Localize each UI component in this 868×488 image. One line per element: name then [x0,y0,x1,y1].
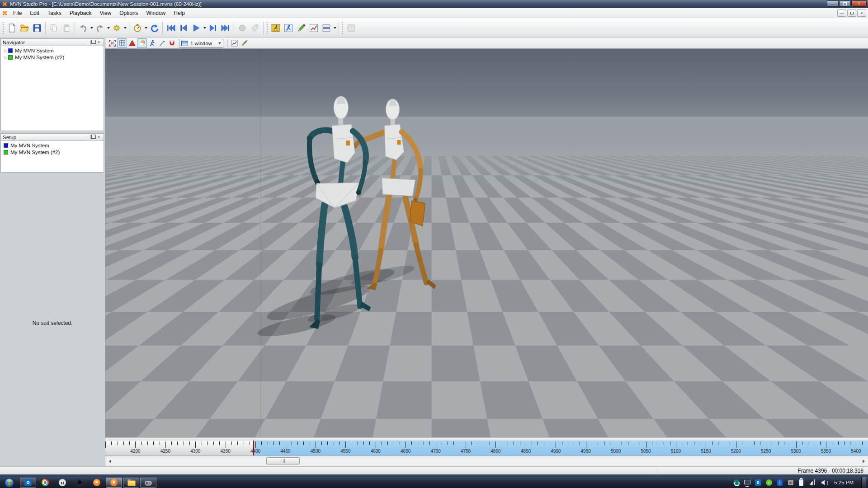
bluetooth-icon[interactable]: ᛒ [776,479,783,486]
menu-tasks[interactable]: Tasks [43,9,66,18]
taskbar-xsens[interactable]: × [89,478,105,488]
redo-dropdown[interactable] [106,22,110,34]
graph-button[interactable] [307,22,320,34]
menu-options[interactable]: Options [115,9,142,18]
setup-item-mvn-system-2[interactable]: My MVN System (#2) [1,149,104,155]
window-mode-select[interactable]: 1 window [179,39,223,48]
outlook-tray-icon[interactable]: o [755,479,761,486]
toolbar-handle[interactable] [266,22,269,34]
close-panel-icon[interactable]: × [96,135,102,140]
show-desktop-button[interactable] [861,477,866,488]
layout-split-button[interactable] [320,22,333,34]
float-panel-icon[interactable] [90,136,94,139]
step-forward-button[interactable] [207,22,219,34]
taskbar-explorer[interactable] [123,478,139,488]
step-back-button[interactable] [177,22,190,34]
close-button[interactable]: × [851,0,867,7]
timer-dropdown[interactable] [144,22,148,34]
layout-dropdown[interactable] [333,22,337,34]
menu-window[interactable]: Window [142,9,170,18]
viewport-3d[interactable] [105,49,868,437]
taskbar-chrome[interactable] [37,478,53,488]
menu-view[interactable]: View [95,9,115,18]
preview-button[interactable] [282,22,295,34]
menu-file[interactable]: File [9,9,26,18]
scrollbar-thumb[interactable] [266,457,300,465]
timeline-tick [237,441,238,445]
tree-item-mvn-system[interactable]: ▷ My MVN System [1,47,104,54]
character-tan[interactable] [352,99,436,290]
settings-button[interactable] [110,22,123,34]
sync-icon[interactable] [733,479,740,486]
battery-icon[interactable] [798,479,805,486]
timeline-ruler[interactable]: 4200425043004350440044504500455046004650… [105,441,868,456]
expand-arrow-icon[interactable]: ▷ [3,48,8,53]
zoom-extents-button[interactable] [107,38,117,48]
undo-button[interactable] [77,22,90,34]
mdi-close-button[interactable]: × [857,9,866,17]
navigator-panel-header[interactable]: Navigator × [0,38,104,46]
system-color-swatch [4,143,8,148]
monitor-icon[interactable] [744,479,750,486]
taskbar-outlook[interactable]: o [20,478,36,488]
loop-reset-button[interactable] [148,22,160,34]
probe-tool-button[interactable] [157,38,167,48]
settings-dropdown[interactable] [123,22,127,34]
magnet-button[interactable] [167,38,177,48]
redo-button[interactable] [94,22,106,34]
taskbar-clock[interactable]: 5:25 PM [830,480,857,485]
float-panel-icon[interactable] [90,41,94,44]
paste-button[interactable] [60,22,73,34]
title-bar[interactable]: MVN Studio Pro - [C:\Users\Demo\Document… [0,0,868,8]
play-button[interactable] [190,22,203,34]
signal-bars-icon[interactable] [809,479,816,486]
mdi-minimize-button[interactable]: — [837,9,846,17]
tree-item-mvn-system-2[interactable]: ▷ My MVN System (#2) [1,54,104,61]
edit-view-button[interactable] [240,38,250,48]
timeline-tick [580,441,580,445]
maximize-button[interactable] [839,0,851,7]
edit-pencil-button[interactable] [295,22,307,34]
taskbar-game-tool[interactable] [140,478,156,488]
menu-playback[interactable]: Playback [66,9,96,18]
expand-arrow-icon[interactable]: ▷ [3,55,8,60]
pyramid-button[interactable] [127,38,137,48]
marker-tag-button[interactable] [249,22,261,34]
checkmark-icon[interactable]: ✓ [765,479,772,486]
taskbar-xsens-mvn[interactable]: × [106,478,122,488]
skip-end-button[interactable] [219,22,232,34]
minimize-button[interactable]: — [827,0,839,7]
taskbar-unreal[interactable]: u [54,478,71,488]
character-button[interactable] [147,38,157,48]
mdi-restore-button[interactable] [847,9,856,17]
scroll-left-arrow[interactable] [107,458,113,465]
setup-item-mvn-system[interactable]: My MVN System [1,142,104,149]
taskbar-unity[interactable] [71,478,88,488]
save-button[interactable] [31,22,43,34]
sleep-button[interactable]: zZ [345,22,358,34]
record-button[interactable] [236,22,249,34]
calibration-button[interactable] [269,22,282,34]
timer-button[interactable] [131,22,144,34]
toolbar-handle[interactable] [2,22,5,34]
skip-start-button[interactable] [165,22,177,34]
menu-edit[interactable]: Edit [26,9,43,18]
start-button[interactable] [2,478,16,488]
timeline-scrollbar[interactable] [105,456,868,466]
graph-view-button[interactable] [230,38,240,48]
copy-button[interactable] [47,22,60,34]
grid-toggle-button[interactable] [117,38,127,48]
close-panel-icon[interactable]: × [96,40,102,45]
new-file-button[interactable] [5,22,18,34]
sun-toggle-button[interactable] [137,38,147,48]
scroll-right-arrow[interactable] [860,458,867,465]
timeline-tick [694,441,694,445]
open-file-button[interactable] [18,22,31,34]
undo-dropdown[interactable] [90,22,94,34]
toolbar-handle[interactable] [342,22,344,34]
setup-panel-header[interactable]: Setup × [0,133,104,141]
dongle-icon[interactable] [787,479,794,486]
play-dropdown[interactable] [203,22,207,34]
speaker-icon[interactable]: ) [820,479,826,486]
menu-help[interactable]: Help [170,9,189,18]
